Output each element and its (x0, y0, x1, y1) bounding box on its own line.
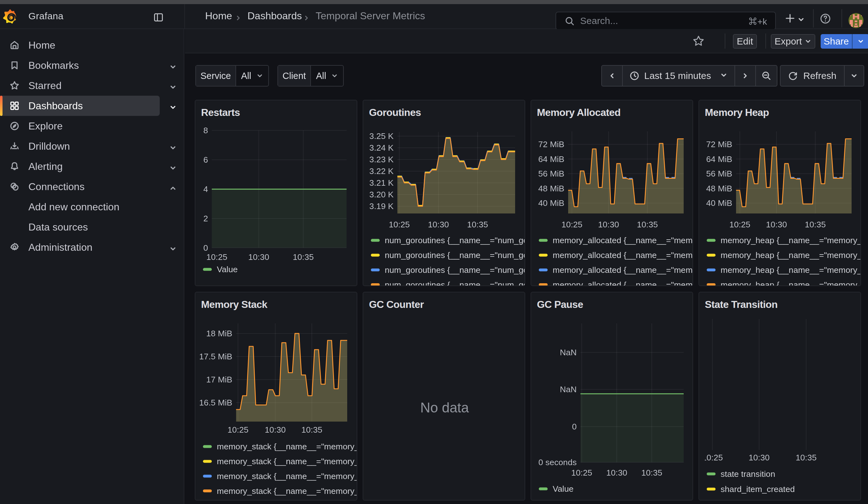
svg-text:NaN: NaN (560, 348, 577, 357)
svg-text:48 MiB: 48 MiB (538, 184, 564, 193)
svg-text:10:35: 10:35 (796, 453, 817, 462)
svg-text:56 MiB: 56 MiB (538, 169, 564, 178)
svg-text:Value: Value (217, 265, 238, 274)
svg-text:3.22 K: 3.22 K (369, 166, 394, 176)
svg-text:memory_allocated {__name__="me: memory_allocated {__name__="memory_al (553, 265, 693, 275)
svg-text:num_goroutines {__name__="num_: num_goroutines {__name__="num_goroutin (385, 236, 525, 245)
svg-text:10:25: 10:25 (389, 220, 410, 229)
svg-text:Value: Value (553, 484, 574, 494)
svg-text:No data: No data (420, 400, 469, 415)
svg-text:memory_allocated {__name__="me: memory_allocated {__name__="memory_al (553, 280, 693, 286)
svg-text:10:35: 10:35 (805, 220, 826, 229)
svg-text:memory_stack {__name__="memory: memory_stack {__name__="memory_stac (217, 472, 357, 481)
svg-text:10:30: 10:30 (749, 453, 770, 462)
svg-text:num_goroutines {__name__="num_: num_goroutines {__name__="num_goroutin (385, 265, 525, 275)
svg-text:10:25: 10:25 (561, 220, 583, 229)
svg-text:18 MiB: 18 MiB (206, 329, 232, 338)
svg-text:0: 0 (572, 422, 577, 431)
svg-text:10:30: 10:30 (766, 220, 787, 229)
svg-text:3.24 K: 3.24 K (369, 143, 394, 153)
svg-text:10:25: 10:25 (206, 252, 228, 262)
svg-text:40 MiB: 40 MiB (538, 198, 564, 208)
svg-text:10:25: 10:25 (730, 220, 751, 229)
svg-text:10:30: 10:30 (428, 220, 449, 229)
svg-text:10:35: 10:35 (637, 220, 658, 229)
svg-text:num_goroutines {__name__="num_: num_goroutines {__name__="num_goroutin (385, 280, 525, 286)
svg-text:10:30: 10:30 (606, 468, 628, 477)
svg-text:memory_stack {__name__="memory: memory_stack {__name__="memory_stac (217, 442, 357, 451)
svg-text:state transition: state transition (721, 469, 775, 479)
svg-text:memory_heap {__name__="memory_: memory_heap {__name__="memory_heap_ (721, 280, 861, 286)
svg-text:3.19 K: 3.19 K (369, 202, 394, 211)
svg-text:16.5 MiB: 16.5 MiB (199, 398, 232, 407)
svg-text:72 MiB: 72 MiB (538, 140, 564, 149)
svg-text:10:25: 10:25 (571, 468, 592, 477)
svg-text:2: 2 (203, 214, 208, 223)
svg-text:10:30: 10:30 (265, 425, 286, 434)
svg-text:memory_heap {__name__="memory_: memory_heap {__name__="memory_heap_ (721, 250, 861, 260)
svg-text:48 MiB: 48 MiB (706, 184, 732, 193)
svg-text:17.5 MiB: 17.5 MiB (199, 352, 232, 361)
svg-text:56 MiB: 56 MiB (706, 169, 732, 178)
svg-text:NaN: NaN (560, 384, 577, 394)
svg-text:3.23 K: 3.23 K (369, 155, 394, 164)
svg-text:memory_allocated {__name__="me: memory_allocated {__name__="memory_al (553, 250, 693, 260)
svg-text:memory_heap {__name__="memory_: memory_heap {__name__="memory_heap_ (721, 265, 861, 275)
svg-text:3.25 K: 3.25 K (369, 131, 394, 141)
svg-text:10:35: 10:35 (467, 220, 488, 229)
svg-text:10:30: 10:30 (598, 220, 619, 229)
svg-text:10:25: 10:25 (228, 425, 249, 434)
svg-text:memory_stack {__name__="memory: memory_stack {__name__="memory_stac (217, 457, 357, 466)
svg-text:64 MiB: 64 MiB (706, 154, 732, 164)
svg-text:memory_allocated {__name__="me: memory_allocated {__name__="memory_al (553, 236, 693, 245)
svg-text:72 MiB: 72 MiB (706, 140, 732, 149)
svg-text:40 MiB: 40 MiB (706, 198, 732, 208)
svg-text:10:35: 10:35 (301, 425, 323, 434)
svg-text:10:35: 10:35 (293, 252, 314, 262)
svg-text:6: 6 (203, 155, 208, 165)
svg-text:0 seconds: 0 seconds (538, 457, 577, 467)
svg-text:17 MiB: 17 MiB (206, 375, 232, 384)
svg-text:num_goroutines {__name__="num_: num_goroutines {__name__="num_goroutin (385, 250, 525, 260)
svg-text:10:35: 10:35 (641, 468, 662, 477)
svg-text:10:30: 10:30 (248, 252, 270, 262)
svg-text:memory_stack {__name__="memory: memory_stack {__name__="memory_stac (217, 486, 357, 496)
svg-text:0: 0 (203, 243, 208, 253)
svg-text:shard_item_created: shard_item_created (721, 484, 795, 494)
svg-text:10:25: 10:25 (702, 453, 723, 462)
svg-text:3.20 K: 3.20 K (369, 190, 394, 199)
svg-text:3.21 K: 3.21 K (369, 178, 394, 187)
svg-text:8: 8 (203, 126, 208, 135)
svg-text:memory_heap {__name__="memory_: memory_heap {__name__="memory_heap_ (721, 236, 861, 245)
svg-text:4: 4 (203, 184, 208, 194)
svg-text:64 MiB: 64 MiB (538, 154, 564, 164)
